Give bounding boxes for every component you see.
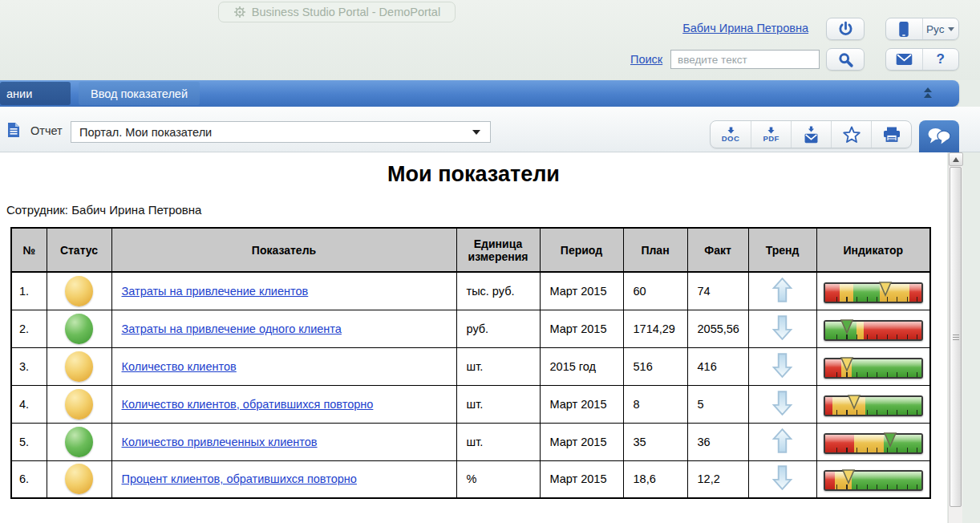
- star-icon: [843, 126, 861, 143]
- vertical-scrollbar: [948, 152, 962, 523]
- export-doc-button[interactable]: DOC: [711, 121, 751, 148]
- plan-cell: 18,6: [623, 460, 687, 498]
- export-pdf-button[interactable]: PDF: [751, 121, 791, 148]
- favorite-button[interactable]: [831, 121, 871, 148]
- plan-cell: 8: [623, 385, 687, 423]
- trend-down-icon: [771, 315, 793, 340]
- gauge-segment-green: [852, 472, 921, 489]
- mobile-lang-group: Рус: [885, 18, 959, 40]
- mail-icon: [895, 53, 913, 66]
- question-icon: ?: [937, 51, 945, 67]
- status-light-green: [65, 314, 93, 344]
- logout-button[interactable]: [826, 18, 865, 40]
- search-link[interactable]: Поиск: [630, 53, 662, 66]
- status-light-green: [65, 427, 93, 457]
- table-row: 5.Количество привлеченных клиентовшт.Мар…: [11, 423, 930, 460]
- indicator-gauge: [824, 320, 923, 341]
- status-cell: [47, 310, 111, 347]
- gauge-segment-red: [909, 284, 921, 302]
- indicator-gauge: [824, 470, 923, 491]
- indicator-link[interactable]: Затраты на привлечение одного клиента: [122, 322, 342, 335]
- nav-tab-partial[interactable]: ании: [0, 82, 71, 105]
- gauge-segment-red: [825, 472, 835, 489]
- unit-cell: тыс. руб.: [456, 272, 540, 310]
- table-row: 2.Затраты на привлечение одного клиентар…: [11, 310, 930, 347]
- gauge-pointer-icon: [840, 319, 854, 334]
- status-cell: [47, 423, 111, 460]
- report-select[interactable]: Портал. Мои показатели: [71, 121, 491, 143]
- status-light-yellow: [65, 351, 93, 382]
- fact-cell: 74: [687, 272, 748, 310]
- collapse-menu-icon[interactable]: [924, 87, 932, 99]
- gauge-segment-red: [825, 284, 840, 302]
- power-icon: [837, 21, 854, 38]
- row-number: 6.: [11, 460, 47, 498]
- mail-icon: [804, 133, 819, 144]
- gear-icon: [233, 6, 246, 18]
- nav-tab-indicators-input[interactable]: Ввод показателей: [79, 82, 200, 105]
- unit-cell: руб.: [456, 310, 540, 347]
- gauge-segment-yellow: [854, 435, 884, 452]
- user-profile-link[interactable]: Бабич Ирина Петровна: [682, 22, 808, 34]
- indicator-link[interactable]: Затраты на привлечение клиентов: [122, 285, 309, 298]
- messages-button[interactable]: [886, 49, 922, 70]
- indicator-link[interactable]: Количество привлеченных клиентов: [122, 436, 318, 448]
- plan-cell: 35: [623, 423, 687, 460]
- comments-button[interactable]: [919, 120, 959, 152]
- search-input[interactable]: [670, 50, 820, 69]
- indicator-cell: [816, 310, 930, 347]
- gauge-segment-green: [853, 284, 881, 302]
- search-button[interactable]: [826, 48, 865, 71]
- report-toolbar: Отчет Портал. Мои показатели DOC PDF: [0, 107, 980, 152]
- table-row: 4.Количество клиентов, обратившихся повт…: [11, 385, 930, 423]
- status-cell: [47, 460, 111, 498]
- row-number: 2.: [11, 310, 47, 347]
- trend-cell: [748, 423, 816, 460]
- indicator-link[interactable]: Процент клиентов, обратившихся повторно: [122, 472, 357, 485]
- indicator-link[interactable]: Количество клиентов, обратившихся повтор…: [122, 398, 374, 411]
- plan-cell: 1714,29: [623, 310, 687, 347]
- indicator-link[interactable]: Количество клиентов: [122, 360, 237, 373]
- fact-cell: 5: [687, 385, 748, 423]
- language-selector[interactable]: Рус: [922, 18, 959, 39]
- period-cell: Март 2015: [540, 272, 623, 310]
- mobile-version-button[interactable]: [886, 18, 922, 39]
- indicator-name-cell: Количество привлеченных клиентов: [111, 423, 456, 460]
- search-icon: [837, 51, 854, 68]
- unit-cell: шт.: [456, 385, 540, 423]
- row-number: 1.: [11, 272, 47, 310]
- trend-down-icon: [771, 465, 793, 490]
- gauge-segment-yellow: [840, 284, 853, 302]
- trend-down-icon: [771, 353, 793, 378]
- doc-label: DOC: [722, 135, 739, 142]
- row-number: 3.: [11, 347, 47, 385]
- period-cell: 2015 год: [540, 347, 623, 385]
- indicator-name-cell: Процент клиентов, обратившихся повторно: [111, 460, 456, 498]
- send-report-button[interactable]: [791, 121, 831, 148]
- trend-up-icon: [771, 278, 793, 302]
- print-button[interactable]: [871, 121, 911, 148]
- report-document-icon: [7, 122, 20, 138]
- gauge-pointer-icon: [840, 357, 854, 372]
- indicator-cell: [816, 272, 930, 310]
- status-cell: [47, 272, 111, 310]
- col-number: №: [11, 228, 47, 272]
- unit-cell: %: [456, 460, 540, 498]
- scroll-up-button[interactable]: [949, 152, 963, 166]
- main-menu-bar: ании Ввод показателей: [0, 80, 959, 107]
- comments-icon: [927, 128, 951, 145]
- trend-up-icon: [771, 428, 793, 453]
- gauge-segment-red: [825, 397, 833, 415]
- table-row: 1.Затраты на привлечение клиентовтыс. ру…: [11, 272, 930, 310]
- fact-cell: 12,2: [687, 460, 748, 498]
- language-label: Рус: [926, 23, 944, 35]
- fact-cell: 416: [687, 347, 748, 385]
- col-fact: Факт: [687, 228, 748, 272]
- gauge-segment-red: [825, 435, 854, 452]
- plan-cell: 60: [623, 272, 687, 310]
- help-button[interactable]: ?: [922, 49, 959, 70]
- table-row: 6.Процент клиентов, обратившихся повторн…: [11, 460, 930, 498]
- indicator-gauge: [824, 282, 923, 303]
- status-cell: [47, 347, 111, 385]
- scrollbar-thumb[interactable]: [950, 167, 962, 507]
